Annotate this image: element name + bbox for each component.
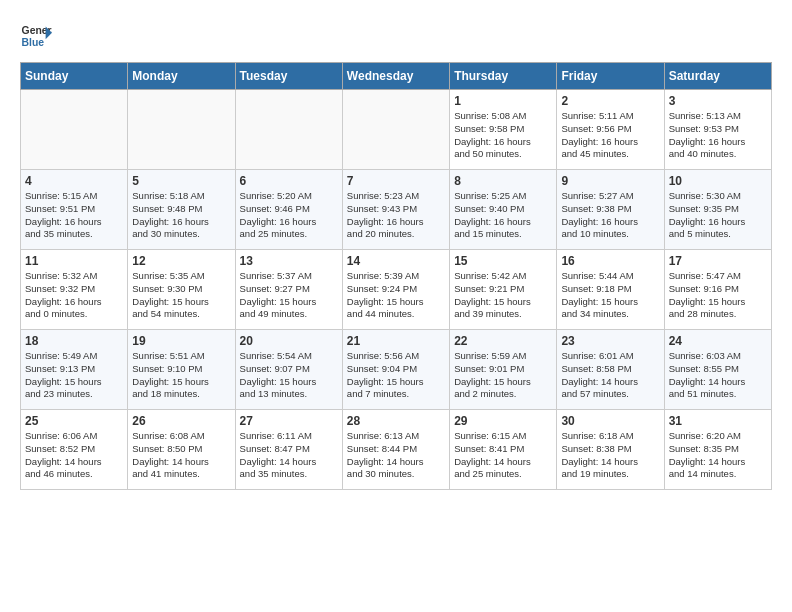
cell-text: Sunrise: 6:01 AM Sunset: 8:58 PM Dayligh… [561, 350, 659, 401]
cell-text: Sunrise: 5:39 AM Sunset: 9:24 PM Dayligh… [347, 270, 445, 321]
day-number: 3 [669, 94, 767, 108]
calendar-week-1: 1Sunrise: 5:08 AM Sunset: 9:58 PM Daylig… [21, 90, 772, 170]
cell-text: Sunrise: 6:11 AM Sunset: 8:47 PM Dayligh… [240, 430, 338, 481]
cell-text: Sunrise: 6:06 AM Sunset: 8:52 PM Dayligh… [25, 430, 123, 481]
cell-text: Sunrise: 5:27 AM Sunset: 9:38 PM Dayligh… [561, 190, 659, 241]
day-number: 11 [25, 254, 123, 268]
day-number: 19 [132, 334, 230, 348]
cell-text: Sunrise: 5:47 AM Sunset: 9:16 PM Dayligh… [669, 270, 767, 321]
cell-text: Sunrise: 5:11 AM Sunset: 9:56 PM Dayligh… [561, 110, 659, 161]
calendar-cell: 30Sunrise: 6:18 AM Sunset: 8:38 PM Dayli… [557, 410, 664, 490]
calendar-cell: 28Sunrise: 6:13 AM Sunset: 8:44 PM Dayli… [342, 410, 449, 490]
cell-text: Sunrise: 5:35 AM Sunset: 9:30 PM Dayligh… [132, 270, 230, 321]
calendar-cell: 14Sunrise: 5:39 AM Sunset: 9:24 PM Dayli… [342, 250, 449, 330]
cell-text: Sunrise: 5:59 AM Sunset: 9:01 PM Dayligh… [454, 350, 552, 401]
day-number: 26 [132, 414, 230, 428]
calendar-week-2: 4Sunrise: 5:15 AM Sunset: 9:51 PM Daylig… [21, 170, 772, 250]
day-number: 17 [669, 254, 767, 268]
calendar-cell: 23Sunrise: 6:01 AM Sunset: 8:58 PM Dayli… [557, 330, 664, 410]
calendar-cell: 10Sunrise: 5:30 AM Sunset: 9:35 PM Dayli… [664, 170, 771, 250]
calendar-cell: 24Sunrise: 6:03 AM Sunset: 8:55 PM Dayli… [664, 330, 771, 410]
day-number: 18 [25, 334, 123, 348]
header-friday: Friday [557, 63, 664, 90]
day-number: 16 [561, 254, 659, 268]
calendar-cell: 13Sunrise: 5:37 AM Sunset: 9:27 PM Dayli… [235, 250, 342, 330]
cell-text: Sunrise: 5:32 AM Sunset: 9:32 PM Dayligh… [25, 270, 123, 321]
day-number: 4 [25, 174, 123, 188]
calendar-cell: 25Sunrise: 6:06 AM Sunset: 8:52 PM Dayli… [21, 410, 128, 490]
calendar-week-5: 25Sunrise: 6:06 AM Sunset: 8:52 PM Dayli… [21, 410, 772, 490]
calendar-cell [21, 90, 128, 170]
calendar-cell: 19Sunrise: 5:51 AM Sunset: 9:10 PM Dayli… [128, 330, 235, 410]
cell-text: Sunrise: 5:30 AM Sunset: 9:35 PM Dayligh… [669, 190, 767, 241]
calendar-cell: 27Sunrise: 6:11 AM Sunset: 8:47 PM Dayli… [235, 410, 342, 490]
header-monday: Monday [128, 63, 235, 90]
calendar-cell: 26Sunrise: 6:08 AM Sunset: 8:50 PM Dayli… [128, 410, 235, 490]
calendar-cell: 1Sunrise: 5:08 AM Sunset: 9:58 PM Daylig… [450, 90, 557, 170]
cell-text: Sunrise: 6:03 AM Sunset: 8:55 PM Dayligh… [669, 350, 767, 401]
day-number: 20 [240, 334, 338, 348]
day-number: 24 [669, 334, 767, 348]
calendar-cell: 2Sunrise: 5:11 AM Sunset: 9:56 PM Daylig… [557, 90, 664, 170]
day-number: 29 [454, 414, 552, 428]
calendar-cell: 20Sunrise: 5:54 AM Sunset: 9:07 PM Dayli… [235, 330, 342, 410]
svg-text:Blue: Blue [22, 37, 45, 48]
cell-text: Sunrise: 6:18 AM Sunset: 8:38 PM Dayligh… [561, 430, 659, 481]
cell-text: Sunrise: 5:08 AM Sunset: 9:58 PM Dayligh… [454, 110, 552, 161]
day-number: 25 [25, 414, 123, 428]
header-wednesday: Wednesday [342, 63, 449, 90]
calendar-header-row: SundayMondayTuesdayWednesdayThursdayFrid… [21, 63, 772, 90]
calendar-cell: 5Sunrise: 5:18 AM Sunset: 9:48 PM Daylig… [128, 170, 235, 250]
cell-text: Sunrise: 5:54 AM Sunset: 9:07 PM Dayligh… [240, 350, 338, 401]
calendar-cell: 16Sunrise: 5:44 AM Sunset: 9:18 PM Dayli… [557, 250, 664, 330]
calendar-cell [342, 90, 449, 170]
calendar-cell: 11Sunrise: 5:32 AM Sunset: 9:32 PM Dayli… [21, 250, 128, 330]
day-number: 22 [454, 334, 552, 348]
cell-text: Sunrise: 5:25 AM Sunset: 9:40 PM Dayligh… [454, 190, 552, 241]
cell-text: Sunrise: 6:20 AM Sunset: 8:35 PM Dayligh… [669, 430, 767, 481]
day-number: 8 [454, 174, 552, 188]
calendar-cell: 9Sunrise: 5:27 AM Sunset: 9:38 PM Daylig… [557, 170, 664, 250]
day-number: 30 [561, 414, 659, 428]
day-number: 7 [347, 174, 445, 188]
day-number: 14 [347, 254, 445, 268]
calendar-cell: 21Sunrise: 5:56 AM Sunset: 9:04 PM Dayli… [342, 330, 449, 410]
day-number: 31 [669, 414, 767, 428]
calendar-cell: 18Sunrise: 5:49 AM Sunset: 9:13 PM Dayli… [21, 330, 128, 410]
cell-text: Sunrise: 5:42 AM Sunset: 9:21 PM Dayligh… [454, 270, 552, 321]
cell-text: Sunrise: 5:15 AM Sunset: 9:51 PM Dayligh… [25, 190, 123, 241]
cell-text: Sunrise: 5:51 AM Sunset: 9:10 PM Dayligh… [132, 350, 230, 401]
logo: General Blue [20, 20, 52, 52]
cell-text: Sunrise: 5:37 AM Sunset: 9:27 PM Dayligh… [240, 270, 338, 321]
cell-text: Sunrise: 5:18 AM Sunset: 9:48 PM Dayligh… [132, 190, 230, 241]
day-number: 12 [132, 254, 230, 268]
day-number: 9 [561, 174, 659, 188]
header-sunday: Sunday [21, 63, 128, 90]
cell-text: Sunrise: 6:13 AM Sunset: 8:44 PM Dayligh… [347, 430, 445, 481]
calendar-cell: 31Sunrise: 6:20 AM Sunset: 8:35 PM Dayli… [664, 410, 771, 490]
header-saturday: Saturday [664, 63, 771, 90]
calendar-week-4: 18Sunrise: 5:49 AM Sunset: 9:13 PM Dayli… [21, 330, 772, 410]
day-number: 6 [240, 174, 338, 188]
calendar-cell: 12Sunrise: 5:35 AM Sunset: 9:30 PM Dayli… [128, 250, 235, 330]
logo-icon: General Blue [20, 20, 52, 52]
calendar-week-3: 11Sunrise: 5:32 AM Sunset: 9:32 PM Dayli… [21, 250, 772, 330]
calendar-cell [235, 90, 342, 170]
day-number: 10 [669, 174, 767, 188]
header-tuesday: Tuesday [235, 63, 342, 90]
calendar-cell [128, 90, 235, 170]
cell-text: Sunrise: 5:23 AM Sunset: 9:43 PM Dayligh… [347, 190, 445, 241]
day-number: 5 [132, 174, 230, 188]
calendar-cell: 15Sunrise: 5:42 AM Sunset: 9:21 PM Dayli… [450, 250, 557, 330]
day-number: 21 [347, 334, 445, 348]
day-number: 2 [561, 94, 659, 108]
day-number: 23 [561, 334, 659, 348]
calendar-cell: 8Sunrise: 5:25 AM Sunset: 9:40 PM Daylig… [450, 170, 557, 250]
cell-text: Sunrise: 6:08 AM Sunset: 8:50 PM Dayligh… [132, 430, 230, 481]
cell-text: Sunrise: 5:49 AM Sunset: 9:13 PM Dayligh… [25, 350, 123, 401]
day-number: 1 [454, 94, 552, 108]
cell-text: Sunrise: 5:13 AM Sunset: 9:53 PM Dayligh… [669, 110, 767, 161]
cell-text: Sunrise: 5:44 AM Sunset: 9:18 PM Dayligh… [561, 270, 659, 321]
calendar-cell: 3Sunrise: 5:13 AM Sunset: 9:53 PM Daylig… [664, 90, 771, 170]
calendar-cell: 17Sunrise: 5:47 AM Sunset: 9:16 PM Dayli… [664, 250, 771, 330]
